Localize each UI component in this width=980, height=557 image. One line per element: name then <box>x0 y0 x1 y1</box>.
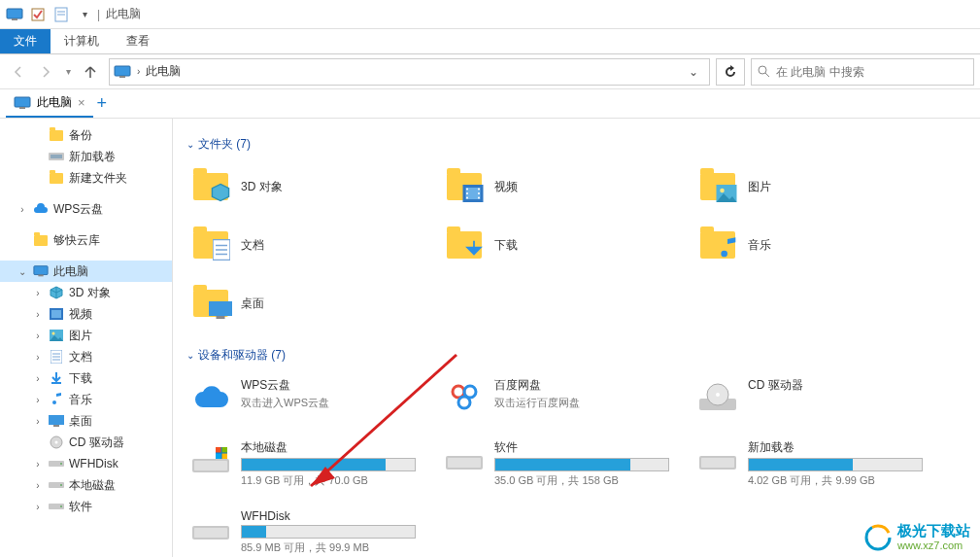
cloud-icon <box>33 203 49 215</box>
watermark-logo-icon <box>864 524 892 551</box>
drive-icon <box>192 445 229 474</box>
folder-documents[interactable]: 文档 <box>186 221 434 269</box>
svg-point-28 <box>55 441 58 444</box>
folder-downloads[interactable]: 下载 <box>440 221 688 269</box>
sidebar-item-desktop[interactable]: ›桌面 <box>0 410 172 432</box>
sidebar-item-newfolder[interactable]: 新建文件夹 <box>0 167 172 189</box>
new-tab-button[interactable]: + <box>97 93 108 114</box>
tab-view[interactable]: 查看 <box>113 29 163 53</box>
doc-tab-thispc[interactable]: 此电脑 × <box>6 89 93 118</box>
sidebar-item-newvol[interactable]: 新加载卷 <box>0 146 172 167</box>
folder-pictures[interactable]: 图片 <box>693 162 941 211</box>
svg-rect-49 <box>209 301 232 316</box>
titlebar: ▾ | 此电脑 <box>0 0 980 29</box>
monitor-icon <box>114 65 131 79</box>
content-area: ⌄ 文件夹 (7) 3D 对象 视频 图片 文档 下载 <box>173 119 980 557</box>
sidebar-item-pictures[interactable]: ›图片 <box>0 325 172 346</box>
svg-rect-0 <box>7 9 22 18</box>
svg-rect-25 <box>49 415 64 425</box>
drive-local-bar <box>241 458 416 471</box>
drive-wfhdisk[interactable]: WFHDisk 85.9 MB 可用，共 99.9 MB <box>186 505 434 557</box>
window-title: 此电脑 <box>106 6 141 22</box>
sidebar-item-wpscloud[interactable]: ›WPS云盘 <box>0 198 172 220</box>
svg-point-8 <box>759 66 766 74</box>
navbar: ▾ › 此电脑 ⌄ <box>0 54 980 89</box>
drive-wfh-bar <box>241 525 416 539</box>
svg-rect-61 <box>222 447 228 453</box>
tab-computer[interactable]: 计算机 <box>51 29 113 53</box>
qat-properties-icon[interactable] <box>51 4 72 25</box>
drive-baidu[interactable]: 百度网盘 双击运行百度网盘 <box>440 373 688 422</box>
close-icon[interactable]: × <box>78 95 85 110</box>
nav-recent-dropdown[interactable]: ▾ <box>60 59 76 85</box>
chevron-down-icon: ⌄ <box>186 139 194 150</box>
drive-software[interactable]: 软件 35.0 GB 可用，共 158 GB <box>440 435 688 492</box>
monitor-icon <box>14 96 31 110</box>
qat-dropdown-icon[interactable]: ▾ <box>74 4 95 25</box>
folder-desktop[interactable]: 桌面 <box>186 279 434 328</box>
folder-3d[interactable]: 3D 对象 <box>186 162 434 211</box>
section-drives-header[interactable]: ⌄ 设备和驱动器 (7) <box>186 347 966 364</box>
drive-local[interactable]: 本地磁盘 11.9 GB 可用，共 70.0 GB <box>186 435 434 492</box>
sidebar-item-downloads[interactable]: ›下载 <box>0 367 172 389</box>
drive-icon <box>699 448 736 471</box>
svg-rect-13 <box>51 155 62 158</box>
qat-checkbox-icon[interactable] <box>27 4 49 25</box>
nav-back-button[interactable] <box>6 59 31 85</box>
drive-icon <box>446 448 483 471</box>
svg-rect-63 <box>222 454 228 460</box>
sidebar-item-music[interactable]: ›音乐 <box>0 389 172 410</box>
sidebar-item-thispc[interactable]: ⌄此电脑 <box>0 261 172 282</box>
sidebar-item-documents[interactable]: ›文档 <box>0 346 172 367</box>
svg-point-44 <box>720 189 725 193</box>
refresh-button[interactable] <box>716 58 745 86</box>
svg-point-37 <box>466 188 468 190</box>
svg-point-41 <box>478 192 480 194</box>
svg-rect-15 <box>38 275 43 277</box>
drive-newvol[interactable]: 新加载卷 4.02 GB 可用，共 9.99 GB <box>693 435 941 492</box>
svg-point-34 <box>60 505 62 507</box>
ribbon-tabs: 文件 计算机 查看 <box>0 29 980 54</box>
picture-icon <box>50 330 63 341</box>
document-icon <box>51 350 62 364</box>
address-bar[interactable]: › 此电脑 ⌄ <box>109 58 710 86</box>
svg-rect-10 <box>15 97 30 107</box>
desktop-icon <box>49 415 64 427</box>
sidebar-item-3d[interactable]: ›3D 对象 <box>0 282 172 303</box>
folder-videos[interactable]: 视频 <box>440 162 688 211</box>
svg-rect-1 <box>12 18 17 20</box>
nav-forward-button[interactable] <box>33 59 58 85</box>
sidebar-tree: 备份 新加载卷 新建文件夹 ›WPS云盘 够快云库 ⌄此电脑 ›3D 对象 ›视… <box>0 119 173 557</box>
monitor-icon <box>33 264 49 278</box>
nav-up-button[interactable] <box>78 59 103 85</box>
sidebar-item-goukuai[interactable]: 够快云库 <box>0 229 172 251</box>
section-folders-header[interactable]: ⌄ 文件夹 (7) <box>186 136 966 153</box>
disc-icon <box>50 435 63 449</box>
svg-rect-14 <box>34 266 48 275</box>
drive-cd[interactable]: CD 驱动器 <box>693 373 941 422</box>
music-icon <box>51 393 62 406</box>
svg-rect-7 <box>119 76 125 78</box>
svg-rect-17 <box>51 310 61 318</box>
sidebar-item-localdisk[interactable]: ›本地磁盘 <box>0 474 172 496</box>
breadcrumb[interactable]: 此电脑 <box>146 63 181 80</box>
sidebar-item-software[interactable]: ›软件 <box>0 496 172 517</box>
svg-point-32 <box>60 484 62 486</box>
tab-strip: 此电脑 × + <box>0 89 980 119</box>
svg-point-40 <box>478 188 480 190</box>
sidebar-item-cddrive[interactable]: CD 驱动器 <box>0 432 172 453</box>
svg-line-9 <box>765 73 769 77</box>
search-input[interactable] <box>776 65 967 79</box>
sidebar-item-backup[interactable]: 备份 <box>0 124 172 146</box>
svg-rect-65 <box>448 458 481 468</box>
baidu-icon <box>448 381 481 414</box>
drive-wps[interactable]: WPS云盘 双击进入WPS云盘 <box>186 373 434 422</box>
sidebar-item-videos[interactable]: ›视频 <box>0 303 172 325</box>
svg-rect-11 <box>19 107 25 109</box>
address-dropdown-icon[interactable]: ⌄ <box>682 65 705 79</box>
folder-music[interactable]: 音乐 <box>693 221 941 269</box>
sidebar-item-wfhdisk[interactable]: ›WFHDisk <box>0 453 172 474</box>
tab-file[interactable]: 文件 <box>0 29 51 53</box>
film-icon <box>50 308 63 320</box>
search-box[interactable] <box>751 58 974 86</box>
